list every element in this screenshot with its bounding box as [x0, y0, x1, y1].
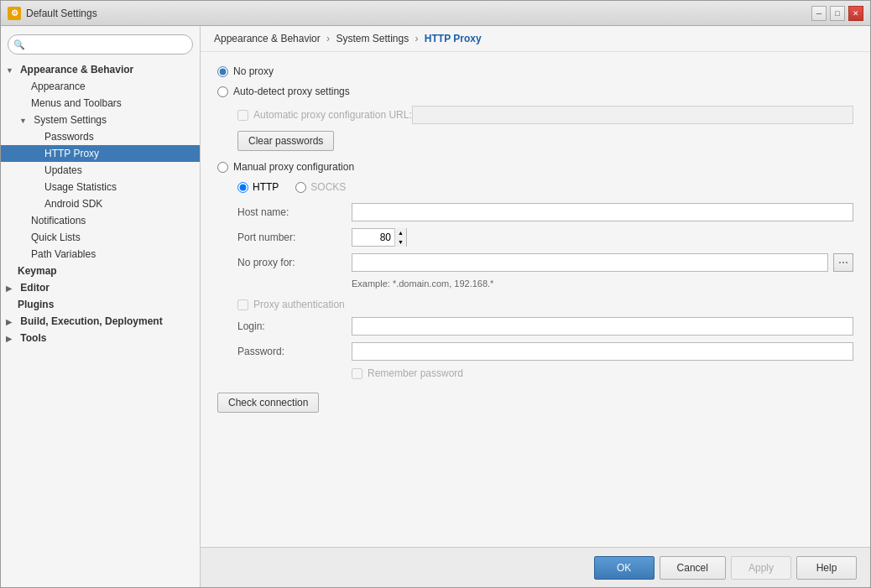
auto-detect-label[interactable]: Auto-detect proxy settings	[217, 86, 350, 97]
minimize-button[interactable]: ─	[811, 6, 827, 21]
port-increment-button[interactable]: ▲	[394, 228, 406, 237]
breadcrumb: Appearance & Behavior › System Settings …	[201, 26, 870, 52]
no-proxy-edit-button[interactable]: ⋯	[833, 253, 853, 272]
sidebar-item-appearance-behavior[interactable]: ▼ Appearance & Behavior	[1, 61, 200, 78]
spinner-controls: ▲ ▼	[394, 228, 406, 247]
close-button[interactable]: ✕	[848, 6, 863, 21]
help-button[interactable]: Help	[796, 556, 857, 580]
login-input[interactable]	[352, 317, 853, 336]
sidebar-item-tools[interactable]: ▶ Tools	[1, 330, 200, 346]
sidebar-item-editor[interactable]: ▶ Editor	[1, 279, 200, 296]
ok-button[interactable]: OK	[594, 556, 655, 580]
sidebar-item-label: Editor	[20, 282, 50, 294]
http-protocol-label[interactable]: HTTP	[237, 181, 279, 193]
expander-icon: ▼	[6, 66, 16, 75]
port-number-spinner: 80 ▲ ▼	[352, 228, 407, 247]
maximize-button[interactable]: □	[830, 6, 845, 21]
sidebar-item-quick-lists[interactable]: Quick Lists	[1, 229, 200, 246]
manual-proxy-radio[interactable]	[217, 162, 228, 173]
port-number-row: Port number: 80 ▲ ▼	[237, 228, 853, 247]
expander-icon: ▶	[6, 318, 16, 326]
host-name-input[interactable]	[352, 203, 853, 221]
sidebar-item-label: Passwords	[44, 131, 94, 143]
sidebar-item-label: Menus and Toolbars	[31, 97, 122, 109]
sidebar-item-passwords[interactable]: Passwords	[1, 128, 200, 145]
sidebar-item-label: Keymap	[18, 265, 57, 277]
sidebar-item-label: Build, Execution, Deployment	[20, 315, 162, 327]
proxy-protocol-row: HTTP SOCKS	[237, 181, 853, 193]
sidebar-item-label: Appearance	[31, 81, 86, 92]
no-proxy-example: Example: *.domain.com, 192.168.*	[352, 278, 853, 289]
sidebar-item-notifications[interactable]: Notifications	[1, 212, 200, 229]
clear-passwords-button[interactable]: Clear passwords	[237, 131, 334, 151]
sidebar-item-plugins[interactable]: Plugins	[1, 296, 200, 313]
sidebar-item-label: Notifications	[31, 215, 86, 226]
sidebar-item-label: HTTP Proxy	[44, 148, 99, 159]
host-name-label: Host name:	[237, 206, 352, 218]
port-number-input[interactable]: 80	[352, 229, 394, 246]
auto-config-checkbox[interactable]	[237, 110, 248, 121]
socks-radio[interactable]	[295, 182, 306, 193]
search-icon: 🔍	[13, 39, 25, 50]
host-name-row: Host name:	[237, 203, 853, 221]
sidebar-item-menus-toolbars[interactable]: Menus and Toolbars	[1, 95, 200, 112]
check-connection-button[interactable]: Check connection	[217, 393, 319, 413]
auto-detect-subsection: Automatic proxy configuration URL: Clear…	[237, 106, 853, 151]
search-input[interactable]	[8, 34, 193, 55]
expander-icon: ▶	[6, 335, 16, 343]
sidebar-item-usage-statistics[interactable]: Usage Statistics	[1, 179, 200, 195]
sidebar-item-keymap[interactable]: Keymap	[1, 263, 200, 279]
manual-proxy-row: Manual proxy configuration	[217, 161, 853, 173]
no-proxy-for-input[interactable]	[352, 253, 828, 272]
auto-config-url-row: Automatic proxy configuration URL:	[237, 106, 853, 124]
port-decrement-button[interactable]: ▼	[394, 237, 406, 247]
login-row: Login:	[237, 317, 853, 336]
no-proxy-radio[interactable]	[217, 66, 228, 77]
cancel-button[interactable]: Cancel	[660, 556, 726, 580]
apply-button[interactable]: Apply	[731, 556, 791, 580]
remember-password-label: Remember password	[368, 367, 463, 379]
sidebar-item-system-settings[interactable]: ▼ System Settings	[1, 112, 200, 128]
titlebar: ⚙ Default Settings ─ □ ✕	[1, 1, 870, 26]
no-proxy-label[interactable]: No proxy	[217, 65, 274, 77]
http-radio[interactable]	[237, 182, 248, 193]
remember-password-row: Remember password	[352, 367, 853, 379]
socks-protocol-label[interactable]: SOCKS	[295, 181, 346, 193]
sidebar-item-updates[interactable]: Updates	[1, 162, 200, 179]
footer: OK Cancel Apply Help	[201, 547, 870, 587]
window-title: Default Settings	[26, 8, 811, 19]
sidebar-item-http-proxy[interactable]: HTTP Proxy	[1, 145, 200, 162]
remember-password-checkbox[interactable]	[352, 368, 362, 379]
sidebar-item-label: Updates	[44, 164, 82, 176]
manual-proxy-label[interactable]: Manual proxy configuration	[217, 161, 354, 173]
sidebar-item-android-sdk[interactable]: Android SDK	[1, 195, 200, 212]
sidebar-item-label: Tools	[20, 332, 46, 344]
window-controls: ─ □ ✕	[811, 6, 863, 21]
content-area: Appearance & Behavior › System Settings …	[201, 26, 870, 587]
no-proxy-for-label: No proxy for:	[237, 257, 352, 268]
breadcrumb-part-3: HTTP Proxy	[425, 33, 482, 44]
sidebar-item-appearance[interactable]: Appearance	[1, 78, 200, 95]
main-content: 🔍 ▼ Appearance & Behavior Appearance Men…	[1, 26, 870, 587]
password-row: Password:	[237, 342, 853, 361]
main-window: ⚙ Default Settings ─ □ ✕ 🔍 ▼ Appearance …	[0, 0, 871, 588]
sidebar-item-path-variables[interactable]: Path Variables	[1, 246, 200, 263]
password-input[interactable]	[352, 342, 853, 361]
auto-detect-row: Auto-detect proxy settings	[217, 86, 853, 97]
proxy-auth-checkbox[interactable]	[237, 299, 248, 310]
sidebar-item-label: Quick Lists	[31, 232, 81, 243]
password-label: Password:	[237, 346, 352, 357]
sidebar-item-label: Android SDK	[44, 198, 102, 210]
no-proxy-row: No proxy	[217, 65, 853, 77]
auto-detect-radio[interactable]	[217, 86, 228, 97]
sidebar-item-build-execution[interactable]: ▶ Build, Execution, Deployment	[1, 313, 200, 330]
proxy-auth-label: Proxy authentication	[253, 299, 345, 310]
edit-icon: ⋯	[838, 257, 848, 268]
proxy-auth-row: Proxy authentication	[237, 299, 853, 310]
sidebar-item-label: Usage Statistics	[44, 181, 117, 193]
sidebar-item-label: Appearance & Behavior	[20, 64, 133, 75]
sidebar: 🔍 ▼ Appearance & Behavior Appearance Men…	[1, 26, 201, 587]
breadcrumb-separator: ›	[326, 33, 332, 44]
auto-config-url-input[interactable]	[412, 106, 853, 124]
auto-config-url-label: Automatic proxy configuration URL:	[253, 109, 412, 121]
